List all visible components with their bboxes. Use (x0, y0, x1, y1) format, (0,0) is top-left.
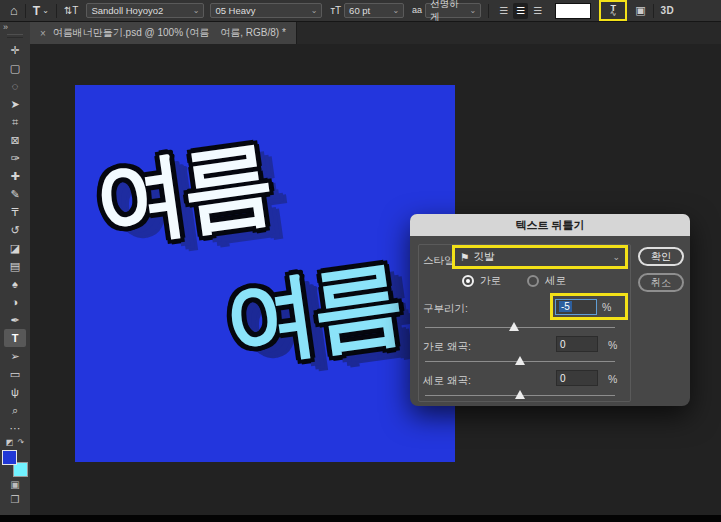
swap-colors-icon[interactable]: ↷ (17, 439, 24, 447)
separator (488, 4, 489, 18)
anti-alias-select[interactable]: 선명하게 ⌄ (425, 3, 481, 18)
object-selection-tool[interactable]: ➤ (4, 95, 26, 113)
slider-thumb[interactable] (515, 390, 525, 399)
radio-unselected-icon (527, 275, 539, 287)
panel-grip[interactable] (7, 34, 23, 38)
vertical-distortion-value: 0 (560, 373, 566, 384)
slider-thumb[interactable] (515, 356, 525, 365)
vertical-distortion-input[interactable]: 0 (556, 370, 598, 386)
eyedropper-tool[interactable]: ✑ (4, 149, 26, 167)
quick-mask-button[interactable]: ▣ (4, 478, 26, 492)
horizontal-distortion-percent: % (608, 339, 617, 351)
document-tab[interactable]: × 여름배너만들기.psd @ 100% (여름 여름, RGB/8) * (30, 22, 297, 44)
style-value: 깃발 (473, 250, 494, 264)
bend-slider[interactable] (425, 322, 615, 332)
radio-horizontal[interactable]: 가로 (462, 274, 501, 288)
text-orientation-icon[interactable]: ⇅T (64, 6, 79, 16)
type-tool[interactable]: T (4, 329, 26, 347)
blur-tool[interactable]: ♠ (4, 275, 26, 293)
slider-thumb[interactable] (509, 322, 519, 331)
font-size-value: 60 pt (349, 5, 370, 16)
font-style-value: 05 Heavy (215, 5, 255, 16)
horizontal-distortion-slider[interactable] (425, 356, 615, 366)
horizontal-distortion-input[interactable]: 0 (556, 336, 598, 352)
bend-percent-label: % (602, 301, 611, 313)
zoom-tool[interactable]: ⌕ (4, 401, 26, 419)
font-style-select[interactable]: 05 Heavy ⌄ (210, 3, 322, 18)
dodge-tool[interactable]: ◑ (4, 293, 26, 311)
warped-text-word2[interactable]: 여름 (219, 253, 404, 368)
horizontal-distortion-label: 가로 왜곡: (423, 340, 471, 354)
more-tools-button[interactable]: ⋯ (4, 419, 26, 437)
frame-tool[interactable]: ⊠ (4, 131, 26, 149)
bend-input-highlight: -5 % (550, 293, 628, 320)
font-size-icon: ᴛT (330, 6, 341, 16)
anti-alias-value: 선명하게 (430, 0, 465, 24)
align-left-button[interactable]: ☰ (496, 3, 511, 19)
text-color-swatch[interactable] (555, 3, 591, 19)
default-colors-icon[interactable]: ◩ (6, 439, 14, 447)
vertical-distortion-slider[interactable] (425, 390, 615, 400)
document-tab-bar: × 여름배너만들기.psd @ 100% (여름 여름, RGB/8) * (30, 22, 721, 44)
bend-value: -5 (559, 301, 572, 312)
separator (25, 4, 26, 18)
warp-text-dialog: 텍스트 뒤틀기 스타일: ⚑ 깃발 ⌄ 가로 세로 구부리기: -5 % 가로 … (410, 214, 690, 406)
path-selection-tool[interactable]: ➢ (4, 347, 26, 365)
chevron-down-icon[interactable]: ⌄ (42, 7, 49, 15)
close-icon[interactable]: × (40, 28, 46, 39)
separator (56, 4, 57, 18)
radio-vertical[interactable]: 세로 (527, 274, 566, 288)
toggle-panels-button[interactable]: ▣ (635, 4, 645, 17)
lasso-tool[interactable]: ◌ (4, 77, 26, 95)
hand-tool[interactable]: ψ (4, 383, 26, 401)
radio-horizontal-label: 가로 (480, 274, 501, 288)
window-bottom-edge (0, 515, 721, 522)
anti-alias-icon: aa (412, 6, 422, 15)
chevron-down-icon: ⌄ (307, 6, 318, 15)
pen-tool[interactable]: ✒ (4, 311, 26, 329)
radio-vertical-label: 세로 (545, 274, 566, 288)
3d-button[interactable]: 3D (661, 5, 675, 16)
rectangle-tool[interactable]: ▭ (4, 365, 26, 383)
vertical-distortion-label: 세로 왜곡: (423, 374, 471, 388)
foreground-color-swatch[interactable] (2, 450, 17, 465)
bend-label: 구부리기: (423, 302, 468, 316)
crop-tool[interactable]: ⌗ (4, 113, 26, 131)
chevron-down-icon: ⌄ (612, 252, 620, 262)
healing-brush-tool[interactable]: ✚ (4, 167, 26, 185)
slider-track[interactable] (425, 327, 615, 328)
type-tool-preset-icon[interactable]: T (33, 5, 40, 17)
gradient-tool[interactable]: ▤ (4, 257, 26, 275)
photoshop-window: { "colors":{ "accent_yellow":"#f3e118", … (0, 0, 721, 522)
document-canvas[interactable]: 여름 여름 (75, 85, 455, 462)
align-right-button[interactable]: ☰ (530, 3, 545, 19)
separator (653, 4, 654, 18)
marquee-tool[interactable]: ▢ (4, 59, 26, 77)
ok-button[interactable]: 확인 (638, 247, 684, 266)
move-tool[interactable]: ✛ (4, 41, 26, 59)
tools-panel: » ✛ ▢ ◌ ➤ ⌗ ⊠ ✑ ✚ ✎ ₸ ↺ ◪ ▤ ♠ ◑ ✒ T ➢ ▭ … (0, 22, 30, 515)
warped-text-word1[interactable]: 여름 (89, 133, 274, 248)
screen-mode-button[interactable]: ❐ (4, 493, 26, 507)
horizontal-distortion-value: 0 (560, 339, 566, 350)
brush-tool[interactable]: ✎ (4, 185, 26, 203)
collapse-panel-icon[interactable]: » (3, 23, 8, 32)
cancel-button[interactable]: 취소 (638, 273, 684, 292)
style-select-highlight: ⚑ 깃발 ⌄ (452, 245, 628, 269)
align-center-button[interactable]: ☰ (513, 3, 528, 19)
warp-text-button[interactable]: T ∿ (599, 0, 627, 21)
font-family-value: Sandoll Hoyoyo2 (91, 5, 163, 16)
home-icon[interactable]: ⌂ (10, 4, 18, 17)
font-size-select[interactable]: 60 pt ⌄ (344, 3, 404, 18)
color-utility-row: ◩ ↷ (6, 439, 24, 447)
style-select[interactable]: ⚑ 깃발 ⌄ (455, 248, 625, 266)
dialog-title[interactable]: 텍스트 뒤틀기 (410, 214, 690, 236)
font-family-select[interactable]: Sandoll Hoyoyo2 ⌄ (86, 3, 204, 18)
clone-stamp-tool[interactable]: ₸ (4, 203, 26, 221)
eraser-tool[interactable]: ◪ (4, 239, 26, 257)
orientation-radios: 가로 세로 (462, 274, 566, 288)
options-bar: ⌂ T ⌄ ⇅T Sandoll Hoyoyo2 ⌄ 05 Heavy ⌄ ᴛT… (0, 0, 721, 22)
history-brush-tool[interactable]: ↺ (4, 221, 26, 239)
chevron-down-icon: ⌄ (189, 6, 200, 15)
bend-input[interactable]: -5 (555, 299, 597, 315)
